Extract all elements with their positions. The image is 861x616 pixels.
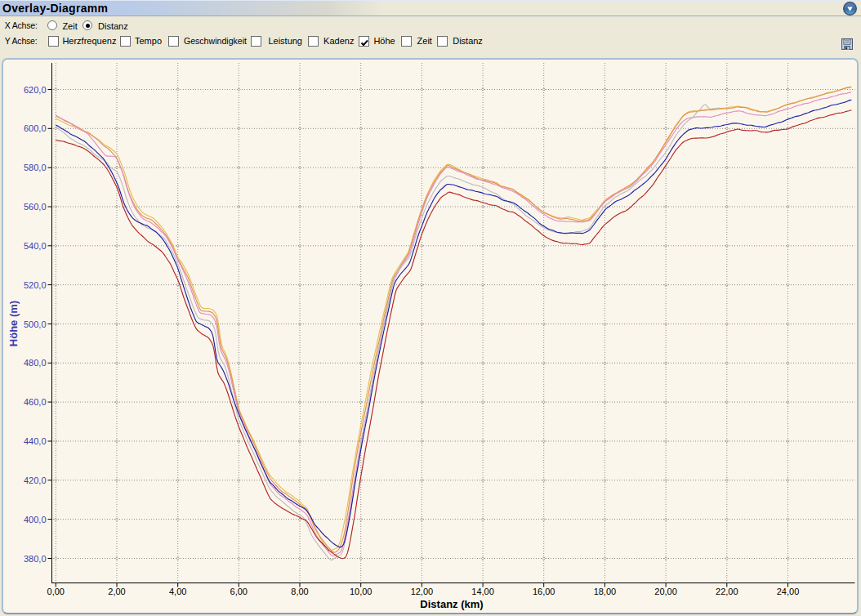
svg-text:16,00: 16,00 [533,587,555,596]
svg-text:Distanz (km): Distanz (km) [420,598,483,610]
svg-text:440,0: 440,0 [24,436,47,446]
svg-text:22,00: 22,00 [716,587,738,596]
svg-text:2,00: 2,00 [108,587,125,596]
svg-text:420,0: 420,0 [24,475,47,485]
svg-text:14,00: 14,00 [471,587,494,596]
svg-text:380,0: 380,0 [24,554,47,564]
svg-text:560,0: 560,0 [24,202,47,212]
svg-text:620,0: 620,0 [24,85,47,95]
svg-text:4,00: 4,00 [169,587,186,596]
svg-text:500,0: 500,0 [24,319,47,329]
svg-text:400,0: 400,0 [24,515,47,524]
svg-text:580,0: 580,0 [24,163,47,172]
svg-text:460,0: 460,0 [24,397,47,407]
svg-text:20,00: 20,00 [654,587,677,596]
svg-text:480,0: 480,0 [24,358,47,368]
svg-text:0,00: 0,00 [47,587,65,596]
svg-text:24,00: 24,00 [777,587,800,596]
svg-text:600,0: 600,0 [24,123,47,133]
svg-text:6,00: 6,00 [230,587,248,596]
svg-text:12,00: 12,00 [411,587,434,596]
svg-text:8,00: 8,00 [291,587,308,596]
svg-text:10,00: 10,00 [350,587,373,596]
svg-text:18,00: 18,00 [594,587,617,596]
svg-text:520,0: 520,0 [24,280,47,290]
svg-text:Höhe (m): Höhe (m) [7,301,20,346]
svg-text:540,0: 540,0 [24,241,47,251]
